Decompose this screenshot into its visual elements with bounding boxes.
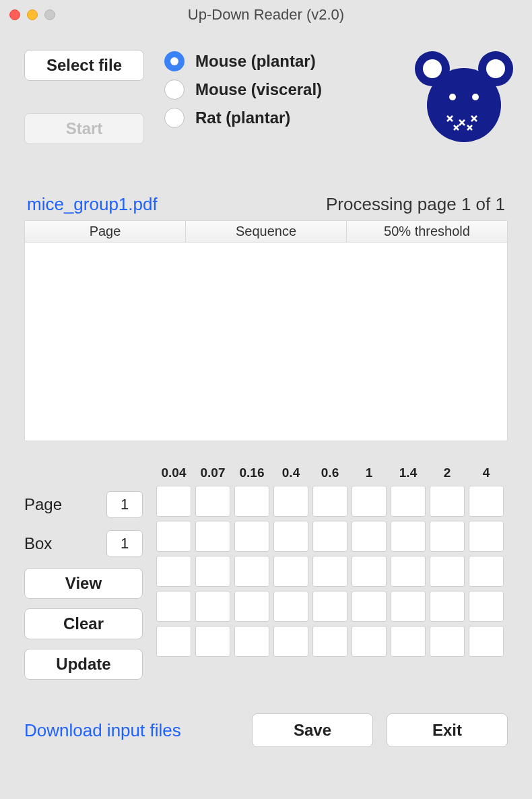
grid-cell[interactable] [195, 591, 230, 622]
svg-point-1 [423, 59, 442, 78]
grid-cell[interactable] [156, 626, 191, 657]
radio-mouse-plantar[interactable]: Mouse (plantar) [164, 51, 322, 71]
grid-cell[interactable] [195, 521, 230, 552]
grid-col-header: 0.16 [234, 466, 269, 480]
radio-label: Mouse (visceral) [195, 80, 322, 99]
window-title: Up-Down Reader (v2.0) [0, 6, 532, 24]
grid-cell[interactable] [234, 486, 269, 517]
grid-row [156, 486, 508, 517]
column-page[interactable]: Page [25, 221, 186, 242]
processing-status: Processing page 1 of 1 [326, 194, 505, 215]
page-input[interactable] [106, 491, 143, 518]
view-button[interactable]: View [24, 568, 143, 599]
grid-col-header: 0.4 [273, 466, 308, 480]
svg-point-6 [472, 94, 479, 100]
grid-col-header: 1.4 [391, 466, 426, 480]
select-file-button[interactable]: Select file [24, 50, 144, 81]
grid-col-header: 4 [469, 466, 504, 480]
grid-cell[interactable] [352, 626, 387, 657]
grid-cell[interactable] [195, 626, 230, 657]
grid-col-header: 0.04 [156, 466, 191, 480]
grid-cell[interactable] [156, 591, 191, 622]
grid-cell[interactable] [273, 591, 308, 622]
traffic-lights [9, 9, 55, 20]
grid-cell[interactable] [391, 626, 426, 657]
mouse-logo-icon [413, 50, 514, 147]
grid-cell[interactable] [430, 521, 465, 552]
grid-cell[interactable] [312, 591, 347, 622]
grid-cell[interactable] [469, 486, 504, 517]
grid-row [156, 521, 508, 552]
grid-cell[interactable] [469, 521, 504, 552]
grid-row [156, 556, 508, 587]
radio-label: Mouse (plantar) [195, 52, 316, 71]
radio-unchecked-icon [164, 108, 185, 128]
titlebar: Up-Down Reader (v2.0) [0, 0, 532, 30]
grid-cell[interactable] [391, 591, 426, 622]
grid-col-header: 1 [352, 466, 387, 480]
grid-cell[interactable] [469, 556, 504, 587]
grid-cell[interactable] [430, 626, 465, 657]
box-label: Box [24, 534, 52, 553]
grid-cell[interactable] [156, 556, 191, 587]
page-label: Page [24, 495, 62, 514]
svg-point-5 [449, 94, 456, 100]
grid-cell[interactable] [391, 556, 426, 587]
grid-cell[interactable] [352, 486, 387, 517]
grid-cell[interactable] [273, 626, 308, 657]
grid-cell[interactable] [352, 521, 387, 552]
grid-row [156, 591, 508, 622]
grid-cell[interactable] [195, 486, 230, 517]
grid-cell[interactable] [312, 521, 347, 552]
radio-mouse-visceral[interactable]: Mouse (visceral) [164, 79, 322, 100]
svg-point-3 [486, 59, 505, 78]
grid-cell[interactable] [156, 486, 191, 517]
grid-cell[interactable] [430, 556, 465, 587]
grid-col-header: 0.6 [312, 466, 347, 480]
grid-cell[interactable] [469, 591, 504, 622]
grid-cell[interactable] [312, 556, 347, 587]
grid-row [156, 626, 508, 657]
minimize-icon[interactable] [27, 9, 38, 20]
grid-cell[interactable] [273, 486, 308, 517]
download-link[interactable]: Download input files [24, 720, 181, 741]
maximize-icon [44, 9, 55, 20]
radio-rat-plantar[interactable]: Rat (plantar) [164, 108, 322, 128]
grid-cell[interactable] [469, 626, 504, 657]
box-input[interactable] [106, 530, 143, 557]
results-table[interactable]: Page Sequence 50% threshold [24, 220, 508, 441]
filename-label: mice_group1.pdf [27, 194, 158, 215]
grid-cell[interactable] [234, 626, 269, 657]
table-header: Page Sequence 50% threshold [25, 221, 507, 243]
grid-cell[interactable] [195, 556, 230, 587]
grid-cell[interactable] [234, 521, 269, 552]
grid-cell[interactable] [312, 486, 347, 517]
column-sequence[interactable]: Sequence [186, 221, 347, 242]
radio-checked-icon [164, 51, 185, 71]
svg-point-4 [427, 68, 501, 142]
close-icon[interactable] [9, 9, 20, 20]
grid-cell[interactable] [391, 521, 426, 552]
grid-cell[interactable] [352, 556, 387, 587]
start-button: Start [24, 113, 144, 144]
grid-cell[interactable] [430, 591, 465, 622]
radio-unchecked-icon [164, 79, 185, 100]
grid-cell[interactable] [273, 556, 308, 587]
grid-col-header: 0.07 [195, 466, 230, 480]
grid-cell[interactable] [391, 486, 426, 517]
column-threshold[interactable]: 50% threshold [347, 221, 507, 242]
species-radio-group: Mouse (plantar) Mouse (visceral) Rat (pl… [164, 50, 322, 128]
clear-button[interactable]: Clear [24, 608, 143, 639]
grid-cell[interactable] [430, 486, 465, 517]
save-button[interactable]: Save [252, 713, 373, 747]
grid-cell[interactable] [273, 521, 308, 552]
exit-button[interactable]: Exit [387, 713, 508, 747]
grid-cell[interactable] [156, 521, 191, 552]
grid-body [156, 486, 508, 657]
update-button[interactable]: Update [24, 649, 143, 680]
grid-cell[interactable] [312, 626, 347, 657]
grid-cell[interactable] [352, 591, 387, 622]
grid-cell[interactable] [234, 556, 269, 587]
grid-header: 0.040.070.160.40.611.424 [156, 466, 508, 480]
grid-cell[interactable] [234, 591, 269, 622]
